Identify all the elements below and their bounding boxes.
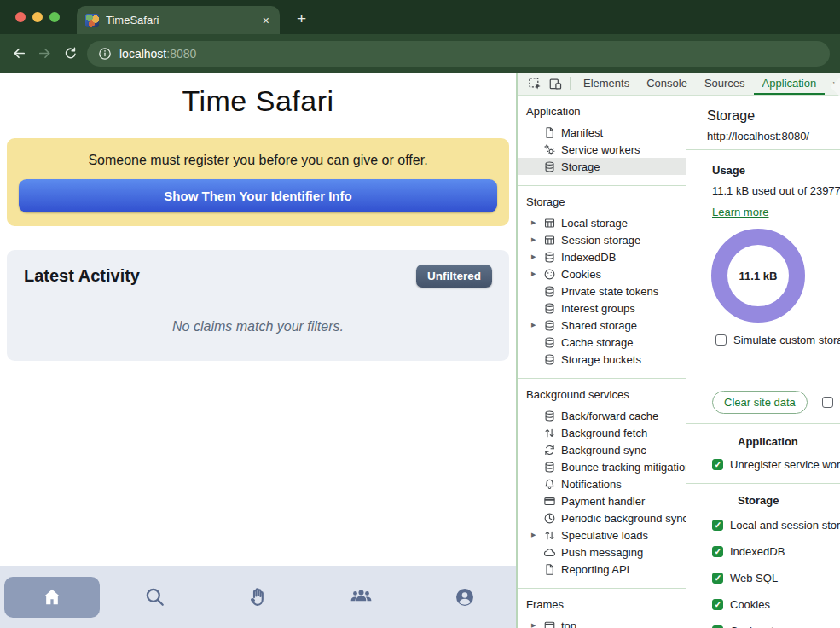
- sidebar-item-session-storage[interactable]: ▶Session storage: [518, 231, 686, 248]
- nav-home[interactable]: [0, 577, 103, 618]
- person-icon: [454, 586, 476, 608]
- checkbox-checked-indexeddb[interactable]: [712, 546, 723, 557]
- tab-strip: TimeSafari × +: [0, 0, 840, 34]
- expand-arrow-icon[interactable]: ▶: [531, 322, 542, 329]
- storage-panel-header: Storage http://localhost:8080/: [686, 96, 840, 150]
- expand-arrow-icon[interactable]: ▶: [531, 532, 542, 538]
- sidebar-item-back-forward-cache[interactable]: Back/forward cache: [518, 407, 686, 424]
- clear-option-label: IndexedDB: [730, 545, 785, 558]
- clock-icon: [542, 511, 556, 525]
- expand-arrow-icon[interactable]: ▶: [531, 270, 542, 277]
- checkbox-checked-cookies[interactable]: [712, 599, 723, 610]
- new-tab-button[interactable]: +: [297, 9, 306, 28]
- third-party-cookies-checkbox[interactable]: [822, 397, 833, 408]
- devtools-tab-elements[interactable]: Elements: [575, 73, 638, 96]
- third-party-cookies-row: including third-party cookies: [822, 396, 840, 409]
- sidebar-item-label: Cache storage: [561, 336, 634, 349]
- sidebar-item-label: Storage: [561, 160, 600, 173]
- clear-site-data-button[interactable]: Clear site data: [712, 391, 808, 414]
- devtools-tab-application[interactable]: Application: [754, 73, 826, 96]
- sidebar-item-cookies[interactable]: ▶Cookies: [518, 265, 686, 282]
- nav-account[interactable]: [413, 586, 516, 608]
- sidebar-item-periodic-background-sync[interactable]: Periodic background sync: [518, 509, 686, 526]
- sidebar-item-label: Back/forward cache: [561, 410, 658, 422]
- browser-tab[interactable]: TimeSafari ×: [77, 6, 280, 34]
- sidebar-item-notifications[interactable]: Notifications: [518, 475, 686, 492]
- tab-close-icon[interactable]: ×: [261, 14, 271, 27]
- sidebar-item-label: Interest groups: [561, 302, 635, 315]
- devtools-tab-sources[interactable]: Sources: [696, 73, 754, 96]
- database-icon: [542, 284, 556, 298]
- clear-option-label: Web SQL: [730, 572, 778, 584]
- sidebar-item-label: Manifest: [561, 126, 603, 139]
- back-icon[interactable]: [10, 45, 27, 62]
- devtools-sidebar: ApplicationManifestService workersStorag…: [518, 96, 686, 628]
- expand-arrow-icon[interactable]: ▶: [531, 622, 542, 628]
- sidebar-item-push-messaging[interactable]: Push messaging: [518, 544, 686, 561]
- nav-people[interactable]: [310, 584, 413, 609]
- sidebar-item-service-workers[interactable]: Service workers: [518, 141, 686, 158]
- sidebar-item-background-fetch[interactable]: Background fetch: [518, 424, 686, 441]
- sidebar-item-label: Reporting API: [561, 563, 629, 576]
- expand-arrow-icon[interactable]: ▶: [531, 236, 542, 243]
- show-identifier-info-button[interactable]: Show Them Your Identifier Info: [19, 179, 497, 212]
- sidebar-item-shared-storage[interactable]: ▶Shared storage: [518, 317, 686, 334]
- sidebar-item-reporting-api[interactable]: Reporting API: [518, 561, 686, 578]
- sidebar-section-title: Application: [518, 105, 686, 124]
- devtools-tab-console[interactable]: Console: [638, 73, 696, 96]
- sidebar-item-manifest[interactable]: Manifest: [518, 124, 686, 141]
- url-bar[interactable]: localhost:8080: [87, 41, 830, 67]
- device-toolbar-icon[interactable]: [545, 75, 565, 92]
- card-divider: [24, 299, 492, 299]
- sidebar-item-speculative-loads[interactable]: ▶Speculative loads: [518, 526, 686, 544]
- simulate-quota-checkbox[interactable]: [715, 334, 727, 346]
- sidebar-item-top[interactable]: ▶top: [518, 617, 686, 628]
- sidebar-item-storage[interactable]: Storage: [518, 158, 686, 175]
- traffic-lights: [15, 12, 60, 22]
- inspect-element-icon[interactable]: [524, 75, 545, 92]
- sidebar-item-local-storage[interactable]: ▶Local storage: [518, 214, 686, 231]
- forward-icon[interactable]: [36, 45, 53, 62]
- checkbox-checked-web-sql[interactable]: [712, 573, 723, 584]
- minimize-window-button[interactable]: [32, 12, 43, 22]
- table-icon: [542, 216, 556, 230]
- database-icon: [542, 352, 556, 366]
- sidebar-item-cache-storage[interactable]: Cache storage: [518, 334, 686, 351]
- learn-more-link[interactable]: Learn more: [712, 206, 768, 218]
- storage-clear-list: Local and session storageIndexedDBWeb SQ…: [712, 519, 840, 628]
- sidebar-section-background-services: Background servicesBack/forward cacheBac…: [518, 379, 686, 589]
- sidebar-item-bounce-tracking-mitigations[interactable]: Bounce tracking mitigations: [518, 458, 686, 475]
- close-window-button[interactable]: [15, 12, 26, 22]
- checkbox-checked-unregister-service-workers[interactable]: [712, 459, 723, 470]
- table-icon: [542, 233, 556, 247]
- gears-icon: [542, 142, 556, 156]
- page-title: Time Safari: [0, 84, 516, 118]
- site-info-icon[interactable]: [98, 47, 112, 61]
- reload-icon[interactable]: [61, 45, 78, 62]
- unfiltered-button[interactable]: Unfiltered: [416, 265, 492, 288]
- zoom-window-button[interactable]: [49, 12, 60, 22]
- clear-option-local-and-session-storage: Local and session storage: [712, 519, 840, 532]
- checkbox-checked-local-and-session-storage[interactable]: [712, 520, 723, 531]
- payment-card-icon: [542, 494, 556, 508]
- arrows-up-down-icon: [542, 528, 556, 542]
- sidebar-item-label: Cookies: [561, 268, 601, 281]
- sync-icon: [542, 443, 556, 456]
- sidebar-item-interest-groups[interactable]: Interest groups: [518, 299, 686, 317]
- arrows-up-down-icon: [542, 426, 556, 439]
- alert-message: Someone must register you before you can…: [19, 153, 497, 168]
- sidebar-item-label: top: [561, 619, 576, 628]
- sidebar-item-private-state-tokens[interactable]: Private state tokens: [518, 282, 686, 299]
- nav-raised-hand[interactable]: [206, 585, 310, 608]
- expand-arrow-icon[interactable]: ▶: [531, 253, 542, 260]
- sidebar-item-indexeddb[interactable]: ▶IndexedDB: [518, 248, 686, 265]
- sidebar-section-storage: Storage▶Local storage▶Session storage▶In…: [518, 186, 686, 379]
- expand-arrow-icon[interactable]: ▶: [531, 219, 542, 226]
- sidebar-item-payment-handler[interactable]: Payment handler: [518, 492, 686, 509]
- database-icon: [542, 250, 556, 264]
- sidebar-item-background-sync[interactable]: Background sync: [518, 441, 686, 458]
- devtools-tab-list: ElementsConsoleSourcesApplication: [575, 73, 825, 96]
- clear-option-label: Unregister service workers: [730, 458, 840, 471]
- sidebar-item-storage-buckets[interactable]: Storage buckets: [518, 351, 686, 368]
- nav-search[interactable]: [103, 585, 206, 608]
